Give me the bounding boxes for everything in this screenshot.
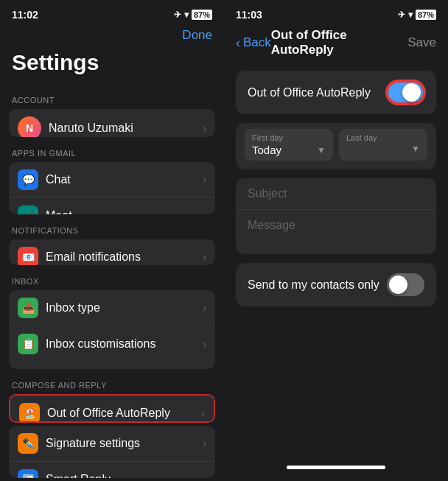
account-chevron-icon: ›: [203, 122, 206, 134]
left-header: Done: [0, 25, 224, 50]
meet-item[interactable]: 📹 Meet ›: [9, 198, 215, 214]
right-nav: ‹ Back Out of Office AutoReply Save: [224, 25, 448, 65]
inbox-list: 📥 Inbox type › 📋 Inbox customisations › …: [9, 290, 215, 369]
inbox-type-item[interactable]: 📥 Inbox type ›: [9, 290, 215, 326]
account-name: Naruto Uzumaki: [49, 122, 203, 135]
oof-chevron-icon: ›: [201, 407, 205, 419]
left-panel: 11:02 ✈ ▾ 87% Done Settings ACCOUNT N Na…: [0, 0, 224, 481]
inbox-custom-chevron-icon: ›: [203, 338, 206, 350]
status-icons-left: ✈ ▾ 87%: [174, 10, 212, 20]
inbox-custom-item[interactable]: 📋 Inbox customisations ›: [9, 326, 215, 362]
notifications-section-label: NOTIFICATIONS: [0, 217, 224, 239]
signature-label: Signature settings: [46, 437, 203, 450]
right-content: Out of Office AutoReply First day Today …: [224, 65, 448, 312]
oof-toggle-label: Out of Office AutoReply: [248, 86, 371, 99]
meet-icon: 📹: [18, 206, 38, 214]
subject-placeholder: Subject: [248, 187, 287, 200]
smart-reply-chevron-icon: ›: [203, 474, 206, 478]
subject-field[interactable]: Subject: [236, 178, 436, 210]
message-placeholder: Message: [248, 219, 295, 231]
email-notifications-chevron-icon: ›: [203, 251, 206, 263]
avatar: N: [18, 116, 41, 137]
last-day-value-row: ▼: [346, 144, 420, 154]
date-card: First day Today ▼ Last day ▼: [236, 123, 436, 169]
status-bar-right: 11:03 ✈ ▾ 87%: [224, 0, 448, 25]
compose-list: ✒️ Signature settings › ↩️ Smart Reply ›: [9, 426, 215, 478]
oof-item[interactable]: 🏖️ Out of Office AutoReply ›: [10, 396, 214, 423]
date-row: First day Today ▼ Last day ▼: [236, 123, 436, 169]
first-day-label: First day: [252, 133, 326, 142]
status-bar-left: 11:02 ✈ ▾ 87%: [0, 0, 224, 25]
wifi-icon: ▾: [184, 10, 189, 20]
back-label: Back: [243, 35, 271, 50]
signature-chevron-icon: ›: [203, 438, 206, 449]
back-button[interactable]: ‹ Back: [236, 35, 271, 51]
time-right: 11:03: [236, 9, 262, 21]
contacts-toggle-row: Send to my contacts only: [236, 263, 436, 306]
airplane-icon: ✈: [174, 10, 181, 20]
account-section-label: ACCOUNT: [0, 87, 224, 109]
notifications-list: 📧 Email notifications ›: [9, 239, 215, 265]
chat-item[interactable]: 💬 Chat ›: [9, 162, 215, 198]
smart-reply-item[interactable]: ↩️ Smart Reply ›: [9, 462, 215, 478]
account-list: N Naruto Uzumaki ›: [9, 109, 215, 137]
home-indicator-container: [224, 312, 448, 481]
first-day-value-row: Today ▼: [252, 144, 326, 156]
last-day-label: Last day: [346, 133, 420, 142]
contacts-label: Send to my contacts only: [248, 278, 379, 292]
inbox-type-icon: 📥: [18, 298, 38, 318]
meet-chevron-icon: ›: [203, 210, 206, 214]
subject-message-card: Subject Message: [236, 178, 436, 254]
back-chevron-icon: ‹: [236, 35, 240, 51]
save-button[interactable]: Save: [407, 35, 436, 50]
oof-toggle-switch[interactable]: [387, 81, 424, 104]
email-pref-item[interactable]: ✉️ Email preferences ›: [9, 362, 215, 369]
done-button[interactable]: Done: [182, 28, 212, 43]
smart-reply-label: Smart Reply: [46, 473, 203, 478]
message-field[interactable]: Message: [236, 210, 436, 254]
wifi-right-icon: ▾: [408, 10, 413, 20]
home-indicator: [287, 466, 385, 469]
status-icons-right: ✈ ▾ 87%: [398, 10, 436, 20]
first-day-chevron-icon: ▼: [317, 145, 326, 155]
account-item[interactable]: N Naruto Uzumaki ›: [9, 109, 215, 137]
airplane-right-icon: ✈: [398, 10, 405, 20]
email-notifications-label: Email notifications: [46, 250, 203, 264]
contacts-card: Send to my contacts only: [236, 263, 436, 306]
last-day-field[interactable]: Last day ▼: [339, 129, 427, 161]
smart-reply-icon: ↩️: [18, 469, 38, 478]
first-day-value: Today: [252, 144, 281, 156]
oof-icon: 🏖️: [19, 403, 40, 423]
time-left: 11:02: [12, 9, 38, 21]
last-day-chevron-icon: ▼: [411, 144, 420, 154]
chat-chevron-icon: ›: [203, 174, 206, 186]
compose-section-label: COMPOSE AND REPLY: [0, 372, 224, 394]
inbox-type-chevron-icon: ›: [203, 302, 206, 314]
inbox-type-label: Inbox type: [46, 301, 203, 315]
battery-icon: 87%: [192, 10, 212, 20]
chat-label: Chat: [46, 173, 203, 186]
oof-label: Out of Office AutoReply: [47, 407, 201, 420]
signature-icon: ✒️: [18, 433, 38, 454]
email-notifications-icon: 📧: [18, 247, 38, 265]
right-panel-title: Out of Office AutoReply: [271, 28, 407, 57]
page-title-left: Settings: [0, 50, 224, 87]
meet-label: Meet: [46, 209, 203, 214]
contacts-toggle-switch[interactable]: [387, 273, 424, 296]
apps-list: 💬 Chat › 📹 Meet ›: [9, 162, 215, 214]
right-panel: 11:03 ✈ ▾ 87% ‹ Back Out of Office AutoR…: [224, 0, 448, 481]
email-notifications-item[interactable]: 📧 Email notifications ›: [9, 239, 215, 265]
first-day-field[interactable]: First day Today ▼: [245, 129, 333, 161]
inbox-section-label: INBOX: [0, 268, 224, 290]
contacts-toggle-thumb: [389, 275, 407, 294]
oof-highlighted-container: 🏖️ Out of Office AutoReply ›: [9, 394, 215, 423]
toggle-thumb: [402, 83, 421, 102]
apps-section-label: APPS IN GMAIL: [0, 140, 224, 162]
chat-icon: 💬: [18, 169, 38, 190]
oof-toggle-card: Out of Office AutoReply: [236, 71, 436, 114]
signature-item[interactable]: ✒️ Signature settings ›: [9, 426, 215, 462]
inbox-custom-label: Inbox customisations: [46, 337, 203, 351]
battery-right-icon: 87%: [416, 10, 436, 20]
inbox-custom-icon: 📋: [18, 334, 38, 354]
oof-toggle-row: Out of Office AutoReply: [236, 71, 436, 114]
